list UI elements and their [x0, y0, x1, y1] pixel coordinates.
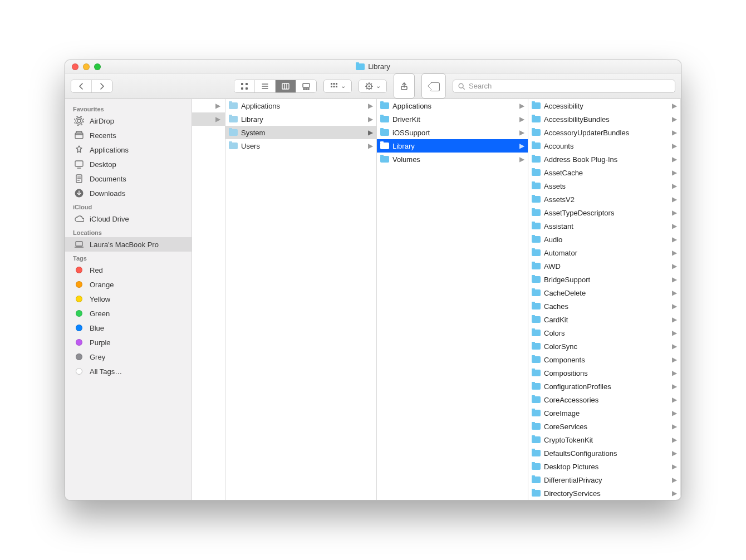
folder-row[interactable]: CoreServices▶	[528, 420, 680, 433]
folder-row[interactable]: Accounts▶	[528, 139, 680, 153]
folder-row[interactable]: DifferentialPrivacy▶	[528, 473, 680, 487]
sidebar-item[interactable]: Orange	[65, 277, 192, 292]
folder-row[interactable]: CryptoTokenKit▶	[528, 433, 680, 446]
folder-row[interactable]: AccessibilityBundles▶	[528, 112, 680, 126]
search-input[interactable]	[469, 82, 670, 90]
folder-row[interactable]: Colors▶	[528, 326, 680, 340]
folder-name: AssetTypeDescriptors	[544, 209, 669, 217]
tag-dot-icon	[74, 366, 84, 376]
sidebar-item[interactable]: iCloud Drive	[65, 212, 192, 226]
sidebar-item-label: Recents	[90, 131, 116, 140]
folder-row[interactable]: DefaultsConfigurations▶	[528, 446, 680, 460]
folder-row[interactable]: Accessibility▶	[528, 99, 680, 112]
folder-name: CoreAccessories	[544, 396, 669, 404]
action-button[interactable]: ⌄	[359, 80, 387, 93]
folder-row[interactable]: AssetTypeDescriptors▶	[528, 206, 680, 219]
folder-row[interactable]: Volumes▶	[377, 153, 528, 166]
folder-row[interactable]: BridgeSupport▶	[528, 273, 680, 286]
sidebar-item[interactable]: Downloads	[65, 186, 192, 200]
column[interactable]: ▶▶	[192, 99, 225, 500]
zoom-icon[interactable]	[94, 63, 101, 70]
group-button[interactable]: ⌄	[323, 80, 352, 93]
column[interactable]: Accessibility▶AccessibilityBundles▶Acces…	[528, 99, 681, 500]
folder-row[interactable]: Applications▶	[377, 99, 528, 112]
folder-row[interactable]: DriverKit▶	[377, 112, 528, 126]
folder-row[interactable]: Assistant▶	[528, 219, 680, 233]
folder-row[interactable]: Automator▶	[528, 246, 680, 259]
sidebar-item[interactable]: Red	[65, 263, 192, 277]
folder-row[interactable]: CoreImage▶	[528, 406, 680, 420]
sidebar-item[interactable]: Laura's MacBook Pro	[65, 237, 192, 252]
folder-row[interactable]: iOSSupport▶	[377, 126, 528, 139]
column[interactable]: Applications▶DriverKit▶iOSSupport▶Librar…	[377, 99, 528, 500]
chevron-right-icon: ▶	[672, 209, 678, 217]
folder-row[interactable]: Components▶	[528, 353, 680, 366]
view-columns-button[interactable]	[275, 80, 296, 92]
folder-row[interactable]: DirectoryServices▶	[528, 487, 680, 500]
tag-dot-icon	[74, 323, 84, 333]
folder-row[interactable]: Assets▶	[528, 179, 680, 193]
column[interactable]: Applications▶Library▶System▶Users▶	[225, 99, 377, 500]
folder-row[interactable]: Library▶	[225, 112, 376, 126]
folder-row[interactable]: ColorSync▶	[528, 340, 680, 353]
airdrop-icon	[74, 116, 84, 126]
folder-row[interactable]: Audio▶	[528, 233, 680, 246]
search-field[interactable]	[453, 80, 675, 93]
folder-row[interactable]: CacheDelete▶	[528, 286, 680, 299]
close-icon[interactable]	[72, 63, 78, 70]
folder-row[interactable]: System▶	[225, 126, 376, 139]
disclosure-row[interactable]: ▶	[192, 99, 225, 112]
sidebar-section-header: Locations	[65, 226, 192, 237]
folder-row[interactable]: Compositions▶	[528, 366, 680, 380]
chevron-right-icon: ▶	[672, 289, 678, 297]
sidebar[interactable]: FavouritesAirDropRecentsApplicationsDesk…	[65, 99, 192, 500]
minimize-icon[interactable]	[83, 63, 90, 70]
sidebar-item[interactable]: Grey	[65, 350, 192, 364]
tag-icon	[428, 82, 440, 90]
columns-icon	[281, 82, 290, 91]
sidebar-item[interactable]: Green	[65, 306, 192, 321]
view-gallery-button[interactable]	[296, 80, 316, 92]
chevron-right-icon: ▶	[519, 129, 526, 136]
sidebar-item[interactable]: AirDrop	[65, 114, 192, 128]
window-controls	[65, 63, 101, 70]
view-icon-button[interactable]	[234, 80, 254, 92]
sidebar-item[interactable]: Recents	[65, 128, 192, 143]
sidebar-item[interactable]: Documents	[65, 171, 192, 186]
folder-row[interactable]: CardKit▶	[528, 313, 680, 326]
chevron-right-icon: ▶	[672, 489, 678, 497]
sidebar-item[interactable]: Blue	[65, 321, 192, 335]
list-icon	[261, 82, 269, 91]
back-button[interactable]	[71, 80, 91, 92]
folder-row[interactable]: AWD▶	[528, 259, 680, 273]
edit-tags-button[interactable]	[421, 73, 446, 99]
folder-row[interactable]: Applications▶	[225, 99, 376, 112]
sidebar-item[interactable]: Yellow	[65, 292, 192, 306]
folder-row[interactable]: Address Book Plug-Ins▶	[528, 153, 680, 166]
body: FavouritesAirDropRecentsApplicationsDesk…	[65, 99, 681, 500]
folder-row[interactable]: Users▶	[225, 139, 376, 153]
folder-row[interactable]: Desktop Pictures▶	[528, 460, 680, 473]
chevron-right-icon: ▶	[672, 382, 678, 390]
folder-row[interactable]: AccessoryUpdaterBundles▶	[528, 126, 680, 139]
share-button[interactable]	[394, 73, 415, 99]
forward-button[interactable]	[91, 80, 112, 92]
folder-icon	[532, 383, 541, 390]
folder-name: Audio	[544, 235, 669, 244]
folder-row[interactable]: ConfigurationProfiles▶	[528, 380, 680, 393]
chevron-right-icon: ▶	[672, 449, 678, 457]
sidebar-item[interactable]: All Tags…	[65, 364, 192, 379]
folder-row[interactable]: Caches▶	[528, 299, 680, 313]
sidebar-item[interactable]: Applications	[65, 143, 192, 157]
sidebar-item[interactable]: Purple	[65, 335, 192, 350]
folder-row[interactable]: AssetCache▶	[528, 166, 680, 179]
folder-row[interactable]: Library▶	[377, 139, 528, 153]
folder-row[interactable]: CoreAccessories▶	[528, 393, 680, 406]
view-list-button[interactable]	[254, 80, 275, 92]
sidebar-item[interactable]: Desktop	[65, 157, 192, 171]
folder-icon	[229, 129, 238, 136]
folder-row[interactable]: AssetsV2▶	[528, 193, 680, 206]
chevron-right-icon: ▶	[672, 316, 678, 323]
disclosure-row[interactable]: ▶	[192, 112, 225, 126]
chevron-right-icon: ▶	[672, 409, 678, 417]
